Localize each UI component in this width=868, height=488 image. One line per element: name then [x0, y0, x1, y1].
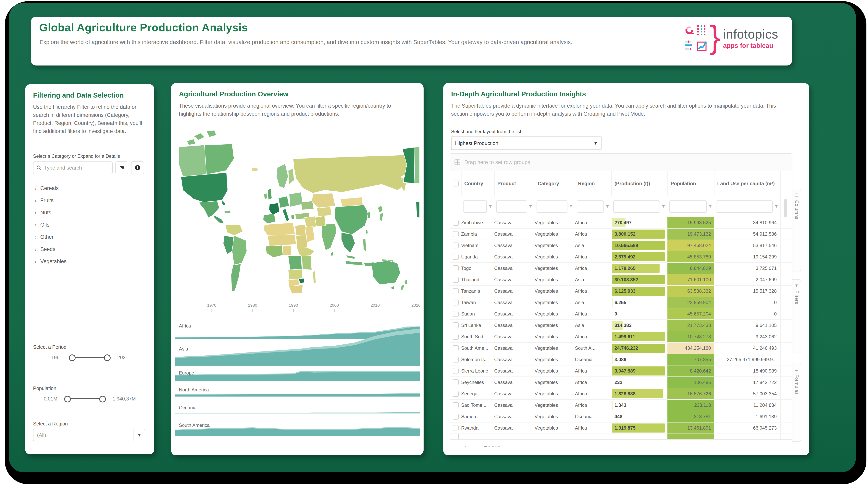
- period-slider[interactable]: 1961 2021: [33, 354, 147, 360]
- map-japan[interactable]: [378, 205, 383, 213]
- map-indonesia[interactable]: [345, 261, 363, 265]
- side-tab-filters[interactable]: ▼Filters: [793, 279, 801, 353]
- filter-input-region[interactable]: [577, 200, 604, 213]
- table-row[interactable]: Solomon Is...CassavaVegetablesOceania3.0…: [450, 354, 792, 365]
- map-scandinavia[interactable]: [276, 164, 288, 188]
- row-checkbox[interactable]: [453, 357, 459, 362]
- row-checkbox[interactable]: [453, 425, 459, 431]
- map-china[interactable]: [334, 205, 369, 234]
- map-canada-islands[interactable]: [194, 133, 205, 140]
- vertical-scrollbar[interactable]: [784, 199, 787, 217]
- filter-funnel-icon[interactable]: [708, 204, 712, 208]
- chevron-right-icon[interactable]: ›: [35, 246, 36, 253]
- map-horn-africa[interactable]: [297, 248, 315, 257]
- filter-input-production[interactable]: [613, 200, 660, 213]
- tree-item-seeds[interactable]: ›Seeds: [35, 243, 66, 255]
- row-checkbox[interactable]: [453, 380, 459, 385]
- map-ukraine[interactable]: [301, 201, 314, 210]
- map-italy[interactable]: [282, 209, 289, 222]
- table-row[interactable]: Sao Tome ...CassavaVegetablesAfrica1.343…: [450, 400, 792, 411]
- table-row[interactable]: SeychellesCassavaVegetablesAfrica232106.…: [450, 377, 792, 388]
- population-slider-track[interactable]: [64, 396, 106, 402]
- period-handle-left[interactable]: [69, 354, 75, 361]
- map-southeast-asia[interactable]: [341, 232, 355, 253]
- map-central-europe[interactable]: [278, 196, 289, 208]
- row-checkbox[interactable]: [453, 299, 459, 305]
- row-checkbox[interactable]: [453, 277, 459, 283]
- row-checkbox[interactable]: [453, 242, 459, 249]
- map-sri-lanka[interactable]: [331, 252, 333, 256]
- row-checkbox[interactable]: [453, 311, 459, 317]
- tree-item-oils[interactable]: ›Oils: [35, 219, 66, 231]
- table-row[interactable]: UgandaCassavaVegetablesAfrica2.679.49245…: [450, 251, 792, 263]
- map-south-africa[interactable]: [289, 285, 303, 294]
- filter-input-country[interactable]: [463, 200, 487, 213]
- table-row[interactable]: South Sud...CassavaVegetablesAfrica1.499…: [450, 331, 792, 343]
- stream-band-europe[interactable]: [175, 372, 420, 381]
- region-dropdown[interactable]: (All) ▾: [33, 429, 145, 442]
- row-checkbox[interactable]: [453, 368, 459, 374]
- map-sahel[interactable]: [268, 234, 296, 246]
- map-iberia[interactable]: [263, 214, 275, 224]
- table-row[interactable]: South Ame...CassavaVegetablesSouth A...2…: [450, 343, 792, 354]
- row-checkbox[interactable]: [453, 391, 459, 397]
- map-malaysia[interactable]: [346, 255, 355, 259]
- column-header-country[interactable]: Country: [461, 171, 494, 196]
- info-button[interactable]: [131, 161, 144, 174]
- filter-funnel-icon[interactable]: [529, 204, 533, 208]
- chevron-right-icon[interactable]: ›: [35, 221, 36, 229]
- filter-funnel-icon[interactable]: [774, 204, 778, 208]
- period-handle-right[interactable]: [104, 354, 111, 361]
- map-russia[interactable]: [293, 155, 413, 193]
- filter-input-population[interactable]: [670, 200, 707, 213]
- map-japan[interactable]: [380, 213, 383, 222]
- map-central-america[interactable]: [213, 215, 224, 224]
- row-checkbox[interactable]: [453, 265, 459, 271]
- table-row[interactable]: Sri LankaCassavaVegetablesAsia314.38221.…: [450, 320, 792, 331]
- map-namibia-botswana[interactable]: [288, 279, 299, 286]
- world-choropleth-map[interactable]: [175, 125, 420, 298]
- filter-input-category[interactable]: [536, 200, 567, 213]
- side-tab-formulas[interactable]: ☰Formulas: [793, 363, 801, 442]
- table-row[interactable]: RwandaCassavaVegetablesAfrica1.319.87513…: [450, 423, 792, 434]
- filter-funnel-icon[interactable]: [569, 204, 573, 208]
- row-checkbox[interactable]: [453, 334, 459, 340]
- chevron-right-icon[interactable]: ›: [35, 197, 36, 204]
- map-usa-wrap[interactable]: [416, 202, 420, 218]
- map-brazil[interactable]: [232, 235, 247, 265]
- filter-funnel-icon[interactable]: [661, 204, 665, 208]
- map-colombia-venezuela[interactable]: [225, 225, 243, 235]
- map-iran[interactable]: [304, 216, 316, 228]
- map-taiwan[interactable]: [366, 230, 368, 234]
- table-row[interactable]: ThailandCassavaVegetablesAsia30.108.3527…: [450, 274, 792, 286]
- map-nigeria[interactable]: [283, 246, 291, 256]
- column-header-category[interactable]: Category: [534, 171, 575, 196]
- table-row[interactable]: SamoaCassavaVegetablesOceania448218.7811…: [450, 411, 792, 423]
- row-checkbox[interactable]: [453, 414, 459, 420]
- table-row[interactable]: TaiwanCassavaVegetablesAsia6.25523.859.9…: [450, 297, 792, 308]
- map-ireland[interactable]: [264, 193, 267, 199]
- chevron-right-icon[interactable]: ›: [35, 233, 36, 241]
- table-row[interactable]: ZambiaCassavaVegetablesAfrica3.800.15219…: [450, 229, 792, 240]
- table-row[interactable]: Sierra LeoneCassavaVegetablesAfrica3.047…: [450, 365, 792, 377]
- row-checkbox[interactable]: [453, 322, 459, 328]
- map-madagascar[interactable]: [313, 271, 316, 283]
- stream-band-north-america[interactable]: [175, 394, 420, 396]
- row-checkbox[interactable]: [453, 220, 459, 226]
- map-india[interactable]: [321, 224, 336, 250]
- map-france[interactable]: [269, 203, 279, 215]
- map-new-zealand[interactable]: [401, 285, 404, 290]
- map-canada[interactable]: [179, 145, 207, 176]
- layout-dropdown[interactable]: Highest Production ▾: [451, 136, 601, 150]
- map-west-africa[interactable]: [266, 245, 283, 258]
- map-angola-zambia[interactable]: [288, 269, 303, 280]
- row-checkbox[interactable]: [453, 254, 459, 260]
- column-header-population[interactable]: Population: [668, 171, 714, 196]
- chevron-right-icon[interactable]: ›: [35, 185, 36, 192]
- filter-funnel-icon[interactable]: [606, 204, 609, 208]
- region-stream-chart[interactable]: [175, 327, 420, 438]
- search-input[interactable]: [44, 165, 101, 171]
- select-all-checkbox[interactable]: [453, 181, 459, 187]
- column-header-region[interactable]: Region: [575, 171, 611, 196]
- map-usa[interactable]: [181, 172, 228, 202]
